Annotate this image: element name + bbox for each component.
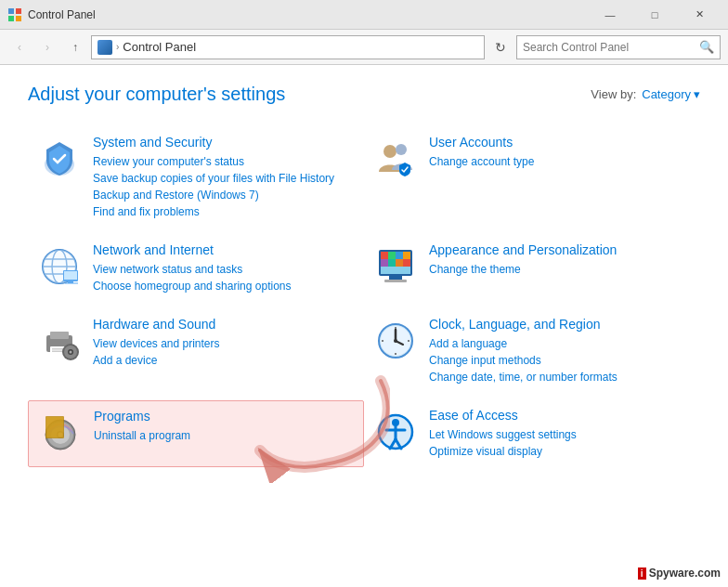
search-icon[interactable]: 🔍 [699, 40, 714, 54]
system-security-link-0[interactable]: Review your computer's status [93, 153, 355, 170]
svg-rect-20 [388, 252, 396, 259]
system-security-link-2[interactable]: Backup and Restore (Windows 7) [93, 187, 355, 203]
category-clock: Clock, Language, and Region Add a langua… [364, 309, 700, 393]
refresh-button[interactable]: ↻ [488, 35, 513, 59]
hardware-content: Hardware and Sound View devices and prin… [93, 317, 355, 369]
hardware-link-0[interactable]: View devices and printers [93, 335, 355, 352]
appearance-content: Appearance and Personalization Change th… [429, 242, 691, 278]
programs-icon [38, 411, 83, 455]
user-accounts-icon [373, 137, 418, 181]
category-hardware: Hardware and Sound View devices and prin… [28, 309, 364, 393]
forward-button[interactable]: › [35, 35, 59, 59]
path-text: Control Panel [123, 40, 196, 54]
app-icon [7, 7, 22, 22]
svg-rect-0 [8, 8, 14, 14]
svg-rect-24 [388, 259, 396, 267]
svg-rect-1 [16, 8, 21, 14]
category-network: Network and Internet View network status… [28, 235, 364, 302]
svg-rect-21 [396, 252, 403, 259]
svg-rect-19 [381, 252, 388, 259]
ease-content: Ease of Access Let Windows suggest setti… [429, 408, 691, 460]
appearance-title[interactable]: Appearance and Personalization [429, 242, 691, 257]
system-security-content: System and Security Review your computer… [93, 135, 355, 220]
user-accounts-link-0[interactable]: Change account type [429, 153, 691, 170]
hardware-icon [37, 319, 82, 363]
view-by[interactable]: View by: Category ▾ [591, 87, 700, 101]
network-link-1[interactable]: Choose homegroup and sharing options [93, 278, 355, 294]
view-by-dropdown[interactable]: Category ▾ [642, 87, 700, 101]
svg-rect-23 [381, 259, 388, 267]
ease-link-1[interactable]: Optimize visual display [429, 443, 691, 460]
svg-rect-29 [384, 280, 407, 282]
system-security-title[interactable]: System and Security [93, 135, 355, 150]
svg-point-6 [396, 144, 407, 155]
view-by-chevron: ▾ [694, 87, 700, 101]
svg-rect-3 [16, 16, 21, 21]
network-icon [37, 244, 82, 289]
clock-title[interactable]: Clock, Language, and Region [429, 317, 691, 332]
main-content: Adjust your computer's settings View by:… [0, 65, 728, 587]
close-button[interactable]: ✕ [678, 0, 721, 30]
network-content: Network and Internet View network status… [93, 242, 355, 294]
network-title[interactable]: Network and Internet [93, 242, 355, 257]
ease-link-0[interactable]: Let Windows suggest settings [429, 426, 691, 443]
header-row: Adjust your computer's settings View by:… [28, 84, 700, 105]
minimize-button[interactable]: — [589, 0, 631, 30]
svg-point-43 [394, 339, 397, 343]
system-security-link-1[interactable]: Save backup copies of your files with Fi… [93, 170, 355, 187]
clock-content: Clock, Language, and Region Add a langua… [429, 317, 691, 385]
svg-rect-27 [381, 267, 410, 274]
search-box[interactable]: 🔍 [516, 35, 721, 59]
categories-grid: System and Security Review your computer… [28, 127, 700, 475]
appearance-link-0[interactable]: Change the theme [429, 261, 691, 278]
watermark: i Spyware.com [638, 567, 721, 580]
svg-rect-22 [403, 252, 410, 259]
hardware-link-1[interactable]: Add a device [93, 352, 355, 369]
watermark-flag: i [638, 567, 646, 580]
search-input[interactable] [523, 41, 699, 54]
clock-link-0[interactable]: Add a language [429, 335, 691, 352]
svg-rect-2 [8, 16, 14, 21]
title-bar: Control Panel — □ ✕ [0, 0, 728, 30]
programs-content: Programs Uninstall a program [94, 409, 354, 444]
path-separator: › [116, 42, 119, 52]
network-link-0[interactable]: View network status and tasks [93, 261, 355, 278]
svg-rect-28 [389, 276, 402, 280]
path-icon [98, 40, 112, 55]
watermark-text: Spyware.com [649, 567, 721, 580]
category-user-accounts: User Accounts Change account type [364, 127, 700, 228]
clock-link-2[interactable]: Change date, time, or number formats [429, 369, 691, 385]
back-button[interactable]: ‹ [7, 35, 32, 59]
svg-rect-54 [46, 417, 63, 437]
hardware-title[interactable]: Hardware and Sound [93, 317, 355, 332]
programs-title[interactable]: Programs [94, 409, 354, 424]
maximize-button[interactable]: □ [633, 0, 676, 30]
user-accounts-title[interactable]: User Accounts [429, 135, 691, 150]
svg-rect-34 [52, 351, 63, 353]
address-bar: ‹ › ↑ › Control Panel ↻ 🔍 [0, 30, 728, 65]
up-button[interactable]: ↑ [63, 35, 87, 59]
address-path[interactable]: › Control Panel [91, 35, 485, 59]
ease-icon [373, 410, 418, 454]
svg-rect-14 [64, 271, 77, 280]
svg-rect-26 [403, 259, 410, 267]
category-system-security: System and Security Review your computer… [28, 127, 364, 228]
svg-rect-25 [396, 259, 403, 267]
page-title: Adjust your computer's settings [28, 84, 285, 105]
window-title: Control Panel [28, 8, 589, 21]
user-accounts-content: User Accounts Change account type [429, 135, 691, 170]
view-by-value-text: Category [642, 87, 691, 101]
svg-point-38 [70, 351, 72, 354]
category-appearance: Appearance and Personalization Change th… [364, 235, 700, 302]
category-programs: Programs Uninstall a program [28, 400, 364, 467]
system-security-icon [37, 137, 82, 181]
programs-link-0[interactable]: Uninstall a program [94, 427, 354, 444]
svg-rect-31 [50, 332, 69, 339]
appearance-icon [373, 244, 418, 289]
view-by-label: View by: [591, 87, 636, 101]
clock-link-1[interactable]: Change input methods [429, 352, 691, 369]
system-security-link-3[interactable]: Find and fix problems [93, 203, 355, 220]
ease-title[interactable]: Ease of Access [429, 408, 691, 423]
clock-icon [373, 319, 418, 363]
window-controls: — □ ✕ [589, 0, 721, 30]
